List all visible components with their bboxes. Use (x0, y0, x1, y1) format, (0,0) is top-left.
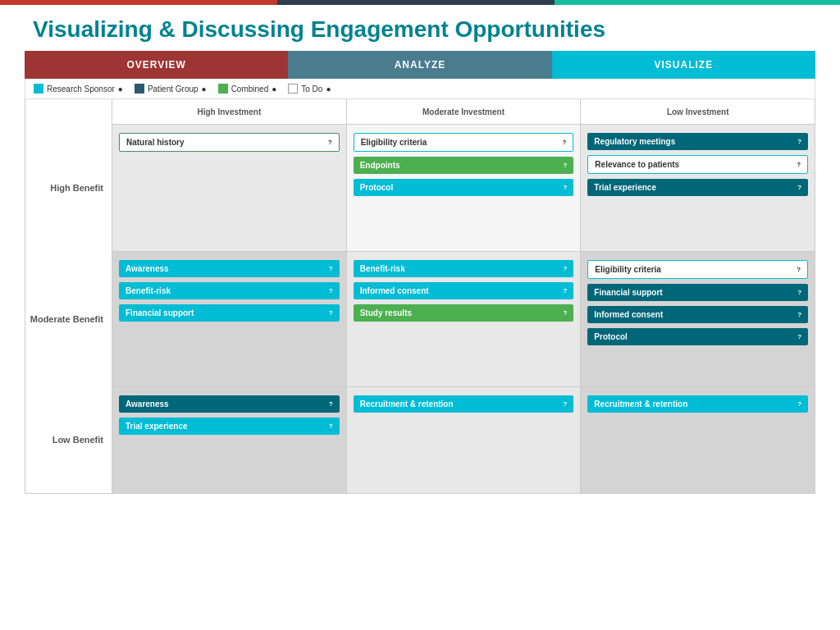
tab-overview[interactable]: OVERVIEW (25, 51, 288, 79)
nav-tabs: OVERVIEW ANALYZE VISUALIZE (25, 51, 815, 79)
card-trial-experience-hl[interactable]: Trial experience ? (587, 179, 808, 196)
card-protocol-ml[interactable]: Protocol ? (587, 328, 808, 345)
legend-patient-group: Patient Group ● (135, 84, 207, 94)
combined-swatch (218, 84, 228, 94)
cell-low-high: Awareness ? Trial experience ? (112, 387, 346, 493)
card-benefit-risk-mm[interactable]: Benefit-risk ? (354, 260, 574, 277)
grid-row-high: Natural history ? Eligibility criteria ?… (112, 124, 815, 251)
cell-high-high: Natural history ? (112, 125, 346, 251)
card-study-results-mm[interactable]: Study results ? (354, 304, 574, 322)
cell-moderate-moderate: Benefit-risk ? Informed consent ? Study … (346, 252, 581, 386)
sponsor-swatch (34, 84, 43, 94)
card-informed-consent-mm[interactable]: Informed consent ? (354, 282, 574, 299)
card-regulatory-meetings[interactable]: Regulatory meetings ? (587, 133, 808, 150)
todo-swatch (288, 84, 298, 94)
card-eligibility-criteria-ml[interactable]: Eligibility criteria ? (587, 260, 808, 279)
legend: Research Sponsor ● Patient Group ● Combi… (25, 79, 815, 99)
cell-moderate-high: Awareness ? Benefit-risk ? Financial sup… (112, 252, 346, 386)
card-recruitment-retention-lm[interactable]: Recruitment & retention ? (354, 395, 574, 413)
row-label-high: High Benefit (25, 124, 112, 251)
cell-high-low: Regulatory meetings ? Relevance to patie… (580, 125, 815, 251)
row-label-spacer (25, 99, 112, 124)
grid-content: High Investment Moderate Investment Low … (112, 99, 815, 493)
cell-low-low: Recruitment & retention ? (580, 387, 815, 493)
row-labels: High Benefit Moderate Benefit Low Benefi… (25, 99, 112, 493)
row-label-moderate: Moderate Benefit (25, 251, 112, 386)
card-benefit-risk-mh[interactable]: Benefit-risk ? (119, 282, 340, 299)
page-title: Visualizing & Discussing Engagement Oppo… (0, 5, 840, 51)
card-protocol-hm[interactable]: Protocol ? (354, 179, 574, 196)
card-endpoints-hm[interactable]: Endpoints ? (354, 157, 574, 174)
cell-moderate-low: Eligibility criteria ? Financial support… (580, 252, 815, 386)
grid-row-low: Awareness ? Trial experience ? Recruitme… (112, 386, 815, 493)
row-label-low: Low Benefit (25, 386, 112, 493)
card-financial-support-ml[interactable]: Financial support ? (587, 284, 808, 301)
col-header-low: Low Investment (580, 99, 815, 124)
tab-analyze[interactable]: ANALYZE (288, 51, 551, 79)
card-trial-experience-lh[interactable]: Trial experience ? (119, 418, 340, 435)
card-financial-support-mh[interactable]: Financial support ? (119, 304, 340, 322)
card-awareness-lh[interactable]: Awareness ? (119, 395, 340, 413)
card-informed-consent-ml[interactable]: Informed consent ? (587, 306, 808, 323)
main-container: OVERVIEW ANALYZE VISUALIZE Research Spon… (0, 51, 840, 502)
legend-research-sponsor: Research Sponsor ● (34, 84, 123, 94)
card-awareness-mh[interactable]: Awareness ? (119, 260, 340, 277)
col-headers: High Investment Moderate Investment Low … (112, 99, 815, 124)
card-recruitment-retention-ll[interactable]: Recruitment & retention ? (587, 395, 808, 413)
cell-low-moderate: Recruitment & retention ? (346, 387, 581, 493)
legend-combined: Combined ● (218, 84, 277, 94)
col-header-high: High Investment (112, 99, 346, 124)
card-eligibility-criteria-hm[interactable]: Eligibility criteria ? (354, 133, 574, 152)
legend-todo: To Do ● (288, 84, 331, 94)
tab-visualize[interactable]: VISUALIZE (552, 51, 815, 79)
card-natural-history[interactable]: Natural history ? (119, 133, 340, 152)
grid-wrapper: High Benefit Moderate Benefit Low Benefi… (25, 99, 815, 494)
grid-row-moderate: Awareness ? Benefit-risk ? Financial sup… (112, 251, 815, 386)
col-header-moderate: Moderate Investment (346, 99, 581, 124)
cell-high-moderate: Eligibility criteria ? Endpoints ? Proto… (346, 125, 581, 251)
patient-swatch (135, 84, 144, 94)
card-relevance-patients[interactable]: Relevance to patients ? (587, 155, 808, 174)
